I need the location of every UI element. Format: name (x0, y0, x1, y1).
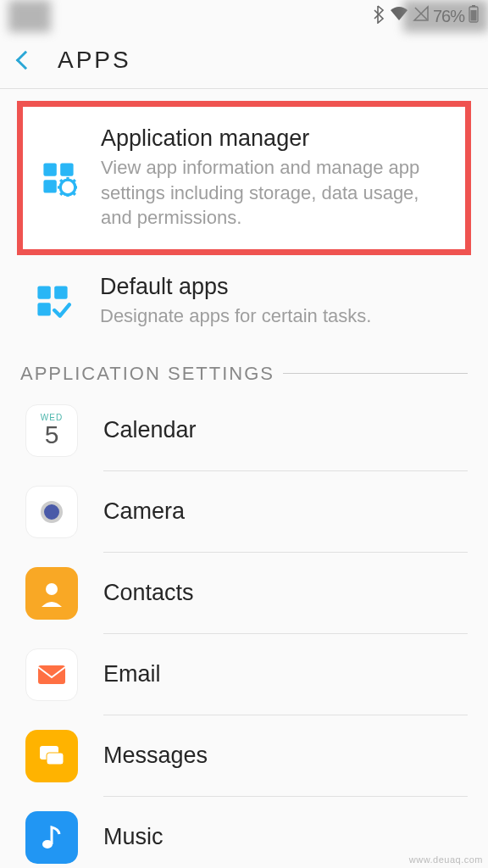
contacts-icon (25, 567, 78, 620)
section-header: APPLICATION SETTINGS (0, 356, 488, 385)
entry-title: Application manager (101, 125, 448, 152)
app-label: Music (103, 824, 164, 850)
grid-gear-icon (35, 159, 82, 197)
svg-rect-5 (60, 163, 73, 175)
grid-check-icon (29, 282, 76, 320)
app-item-calendar[interactable]: WED 5 Calendar (0, 390, 488, 471)
app-label: Camera (103, 498, 185, 525)
entry-description: Designate apps for certain tasks. (100, 303, 466, 329)
app-list: WED 5 Calendar Camera Contacts Email Mes… (0, 385, 488, 868)
watermark: www.deuaq.com (409, 854, 483, 865)
svg-rect-16 (37, 287, 50, 299)
app-label: Messages (103, 743, 208, 769)
app-item-email[interactable]: Email (0, 634, 488, 715)
svg-rect-18 (37, 303, 50, 316)
app-label: Email (103, 661, 161, 687)
app-item-camera[interactable]: Camera (0, 471, 488, 553)
app-label: Contacts (103, 580, 194, 606)
svg-rect-22 (47, 753, 64, 765)
svg-line-13 (73, 192, 75, 195)
email-icon (25, 648, 78, 701)
messages-icon (25, 730, 78, 782)
svg-line-12 (60, 180, 63, 182)
highlight-application-manager: Application manager View app information… (17, 101, 471, 255)
music-icon (25, 811, 78, 864)
back-icon[interactable] (16, 51, 36, 70)
entry-title: Default apps (100, 274, 466, 300)
section-divider (283, 373, 468, 374)
bluetooth-icon (372, 5, 385, 28)
svg-point-19 (46, 583, 58, 595)
app-item-messages[interactable]: Messages (0, 715, 488, 797)
svg-rect-17 (54, 287, 67, 299)
calendar-day: 5 (45, 422, 59, 448)
svg-rect-20 (38, 665, 65, 684)
svg-line-14 (73, 180, 75, 182)
camera-icon (25, 486, 78, 538)
status-blur-right (403, 0, 488, 32)
section-title: APPLICATION SETTINGS (20, 363, 274, 385)
svg-rect-4 (43, 163, 56, 175)
entry-default-apps[interactable]: Default apps Designate apps for certain … (0, 255, 488, 348)
page-header: APPS (0, 32, 488, 89)
calendar-icon: WED 5 (25, 404, 78, 457)
status-blur-left (8, 0, 51, 32)
entry-description: View app information and manage app sett… (101, 155, 448, 231)
page-title: APPS (58, 47, 131, 74)
app-item-contacts[interactable]: Contacts (0, 553, 488, 634)
svg-line-15 (60, 192, 63, 195)
app-label: Calendar (103, 417, 197, 443)
entry-application-manager[interactable]: Application manager View app information… (23, 107, 465, 249)
svg-rect-6 (43, 180, 56, 192)
